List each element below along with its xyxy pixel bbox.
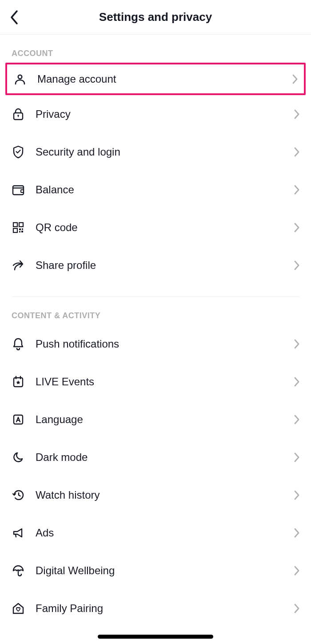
megaphone-icon xyxy=(12,526,25,540)
row-share-profile[interactable]: Share profile xyxy=(12,246,299,284)
row-balance[interactable]: Balance xyxy=(12,171,299,208)
row-label: Family Pairing xyxy=(36,602,294,615)
chevron-right-icon xyxy=(294,604,299,613)
section-header-content-activity: CONTENT & ACTIVITY xyxy=(12,297,299,325)
row-label: Security and login xyxy=(36,146,294,158)
moon-icon xyxy=(12,451,25,464)
row-label: Watch history xyxy=(36,489,294,501)
chevron-right-icon xyxy=(294,223,299,232)
chevron-right-icon xyxy=(294,339,299,349)
row-label: Share profile xyxy=(36,259,294,272)
row-ads[interactable]: Ads xyxy=(12,514,299,552)
header: Settings and privacy xyxy=(0,0,311,35)
page-title: Settings and privacy xyxy=(99,10,212,24)
chevron-right-icon xyxy=(294,260,299,270)
row-label: QR code xyxy=(36,221,294,234)
row-push-notifications[interactable]: Push notifications xyxy=(12,325,299,363)
row-language[interactable]: Language xyxy=(12,400,299,438)
chevron-right-icon xyxy=(294,566,299,576)
shield-icon xyxy=(12,145,25,159)
row-label: Language xyxy=(36,413,294,426)
chevron-right-icon xyxy=(294,528,299,538)
svg-rect-3 xyxy=(18,116,19,117)
row-qr-code[interactable]: QR code xyxy=(12,208,299,246)
row-label: Dark mode xyxy=(36,451,294,464)
row-label: Manage account xyxy=(37,73,292,85)
svg-rect-6 xyxy=(13,223,17,227)
back-button[interactable] xyxy=(10,10,19,25)
chevron-right-icon xyxy=(294,415,299,424)
lock-icon xyxy=(12,108,25,121)
language-icon xyxy=(12,413,25,426)
svg-rect-8 xyxy=(13,228,17,232)
row-privacy[interactable]: Privacy xyxy=(12,95,299,133)
svg-rect-12 xyxy=(21,231,23,232)
chevron-right-icon xyxy=(294,185,299,195)
house-heart-icon xyxy=(12,602,25,615)
row-label: Ads xyxy=(36,527,294,539)
share-icon xyxy=(12,259,25,272)
chevron-right-icon xyxy=(294,109,299,119)
row-live-events[interactable]: LIVE Events xyxy=(12,363,299,400)
chevron-right-icon xyxy=(294,490,299,500)
home-indicator[interactable] xyxy=(98,635,213,639)
row-family-pairing[interactable]: Family Pairing xyxy=(12,589,299,627)
calendar-star-icon xyxy=(12,375,25,388)
row-label: Balance xyxy=(36,184,294,196)
svg-rect-7 xyxy=(19,223,23,227)
section-header-account: ACCOUNT xyxy=(12,35,299,63)
chevron-right-icon xyxy=(294,452,299,462)
row-security-login[interactable]: Security and login xyxy=(12,133,299,171)
svg-rect-9 xyxy=(19,228,21,230)
svg-rect-5 xyxy=(21,190,24,192)
svg-point-0 xyxy=(18,75,22,78)
row-label: Push notifications xyxy=(36,338,294,350)
row-watch-history[interactable]: Watch history xyxy=(12,476,299,514)
svg-rect-11 xyxy=(19,231,20,232)
chevron-right-icon xyxy=(294,147,299,157)
svg-rect-14 xyxy=(14,415,23,424)
wallet-icon xyxy=(12,183,25,196)
row-manage-account[interactable]: Manage account xyxy=(5,63,306,95)
row-digital-wellbeing[interactable]: Digital Wellbeing xyxy=(12,552,299,589)
row-label: LIVE Events xyxy=(36,376,294,388)
umbrella-icon xyxy=(12,564,25,577)
person-icon xyxy=(13,72,27,86)
chevron-right-icon xyxy=(292,74,298,84)
chevron-right-icon xyxy=(294,377,299,387)
qr-icon xyxy=(12,221,25,234)
svg-rect-10 xyxy=(22,228,23,230)
section-account: ACCOUNT Manage account Privacy xyxy=(0,35,311,284)
row-dark-mode[interactable]: Dark mode xyxy=(12,438,299,476)
history-icon xyxy=(12,488,25,502)
bell-icon xyxy=(12,337,25,351)
row-label: Privacy xyxy=(36,108,294,120)
section-content-activity: CONTENT & ACTIVITY Push notifications LI… xyxy=(0,297,311,627)
row-label: Digital Wellbeing xyxy=(36,564,294,577)
chevron-left-icon xyxy=(10,10,19,25)
